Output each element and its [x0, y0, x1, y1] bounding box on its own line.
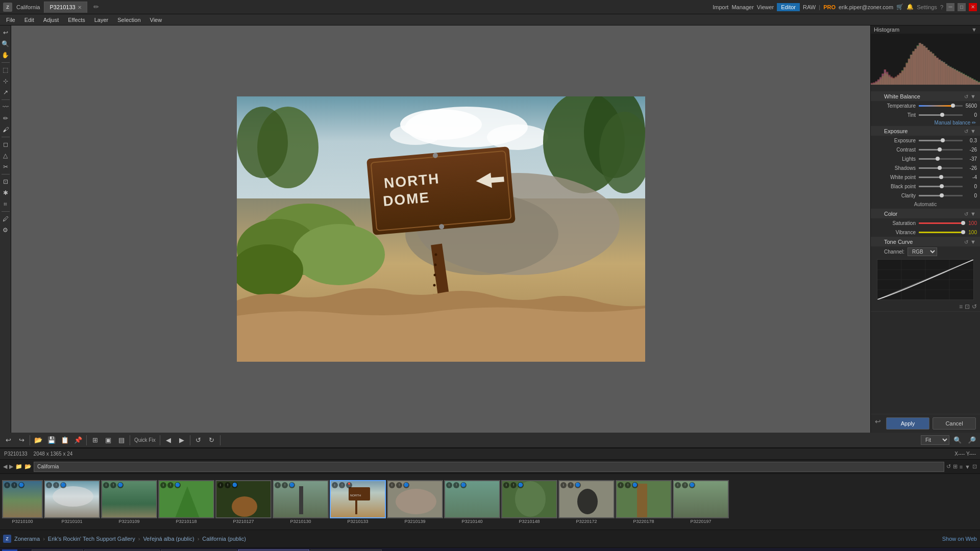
fs-icon-flag-10[interactable]: ! — [568, 482, 574, 488]
clarity-slider[interactable] — [919, 192, 963, 199]
exposure-reset[interactable]: ↺ — [964, 129, 968, 134]
filmstrip-item-9[interactable]: i!🔵 P3210148 — [501, 480, 557, 524]
color-reset[interactable]: ↺ — [964, 211, 968, 217]
fs-icon-color-11[interactable]: 🔵 — [632, 482, 638, 488]
filmstrip-item-0[interactable]: i!🔵 P3210100 — [2, 480, 43, 524]
lights-slider[interactable] — [919, 155, 963, 162]
white-balance-reset[interactable]: ↺ — [964, 94, 968, 99]
filmstrip-item-3[interactable]: i!🔵 P3210118 — [158, 480, 214, 524]
saturation-slider[interactable] — [919, 219, 963, 227]
fs-icon-info-8[interactable]: i — [446, 482, 452, 488]
filmstrip-next[interactable]: ▶ — [9, 463, 13, 470]
panel-reset-icon[interactable]: ↩ — [875, 417, 881, 430]
toolbar-paste[interactable]: 📌 — [72, 434, 84, 446]
filmstrip-thumb-11[interactable]: i!🔵 — [616, 480, 672, 518]
channel-select[interactable]: RGB Red Green Blue — [908, 247, 937, 256]
toolbar-single-view[interactable]: ▣ — [102, 434, 114, 446]
toolbar-undo[interactable]: ↩ — [2, 434, 14, 446]
path-verejne[interactable]: Veřejná alba (public) — [143, 536, 194, 542]
fs-icon-info-11[interactable]: i — [618, 482, 624, 488]
filmstrip-thumb-1[interactable]: i!🔵 — [44, 480, 100, 518]
fs-icon-color-3[interactable]: 🔵 — [175, 482, 181, 488]
exposure-slider[interactable] — [919, 137, 963, 144]
filmstrip-item-8[interactable]: i!🔵 P3210140 — [444, 480, 500, 524]
tool-undo[interactable]: ↩ — [1, 28, 11, 38]
tool-gradient[interactable]: △ — [1, 151, 11, 161]
tool-mask[interactable]: ✂ — [1, 162, 11, 172]
manager-button[interactable]: Manager — [731, 4, 753, 10]
fs-icon-color-12[interactable]: 🔵 — [689, 482, 695, 488]
tool-settings2[interactable]: ⚙ — [1, 225, 11, 235]
menu-view[interactable]: View — [146, 16, 166, 24]
apply-button[interactable]: Apply — [886, 417, 929, 430]
tool-retouch[interactable]: 〰 — [1, 102, 11, 112]
filmstrip-thumb-12[interactable]: i!🔵 — [673, 480, 729, 518]
active-tab[interactable]: P3210133 ✕ — [44, 2, 87, 13]
black-point-slider[interactable] — [919, 183, 963, 190]
toolbar-save[interactable]: 💾 — [45, 434, 58, 446]
filmstrip-thumb-7[interactable]: i!🔵 — [387, 480, 443, 518]
fs-icon-color[interactable]: 🔵 — [18, 482, 24, 488]
tone-curve-canvas[interactable] — [877, 259, 974, 300]
menu-adjust[interactable]: Adjust — [39, 16, 63, 24]
filmstrip-thumb-10[interactable]: i!🔵 — [558, 480, 615, 518]
filmstrip-sort[interactable]: ⊡ — [972, 463, 977, 470]
automatic-button[interactable]: Automatic — [871, 200, 980, 209]
path-zonerama[interactable]: Zonerama — [14, 536, 40, 542]
filmstrip-thumb-0[interactable]: i!🔵 — [2, 480, 43, 518]
menu-file[interactable]: File — [2, 16, 19, 24]
filmstrip-prev[interactable]: ◀ — [3, 463, 7, 470]
filmstrip-item-4[interactable]: i!🔵 P3210127 — [215, 480, 272, 524]
raw-button[interactable]: RAW — [803, 4, 816, 10]
viewer-button[interactable]: Viewer — [757, 4, 774, 10]
show-on-web-button[interactable]: Show on Web — [942, 536, 977, 542]
tool-crop[interactable]: ⬚ — [1, 65, 11, 75]
minimize-button[interactable]: ─ — [946, 3, 954, 11]
filmstrip-filter[interactable]: ▼ — [965, 464, 970, 470]
tool-transform[interactable]: ↗ — [1, 87, 11, 97]
fs-icon-info-5[interactable]: i — [275, 482, 281, 488]
toolbar-zoom-out[interactable]: 🔍 — [951, 434, 964, 446]
path-gallery[interactable]: Erik's Rockin' Tech Support Gallery — [48, 536, 135, 542]
filmstrip-view1[interactable]: ⊞ — [953, 463, 958, 470]
white-point-slider[interactable] — [919, 173, 963, 181]
fs-icon-flag-11[interactable]: ! — [625, 482, 631, 488]
fs-icon-color-1[interactable]: 🔵 — [60, 482, 66, 488]
filmstrip-thumb-5[interactable]: i!🔵 — [273, 480, 329, 518]
fs-icon-flag[interactable]: ! — [11, 482, 17, 488]
fs-icon-flag-2[interactable]: ! — [110, 482, 116, 488]
fs-icon-loc-6[interactable]: 📍 — [346, 482, 352, 488]
fs-icon-color-10[interactable]: 🔵 — [575, 482, 581, 488]
toolbar-next[interactable]: ▶ — [176, 434, 188, 446]
color-header[interactable]: Color ↺ ▼ — [871, 209, 980, 218]
filmstrip-thumb-8[interactable]: i!🔵 — [444, 480, 500, 518]
fs-icon-color-9[interactable]: 🔵 — [518, 482, 524, 488]
edit-tab-icon[interactable]: ✏ — [93, 3, 99, 11]
filmstrip-thumb-9[interactable]: i!🔵 — [501, 480, 557, 518]
temperature-slider[interactable] — [919, 102, 963, 109]
fs-icon-info-9[interactable]: i — [503, 482, 509, 488]
filmstrip-refresh[interactable]: ↺ — [946, 463, 951, 470]
filmstrip-item-5[interactable]: i!🔵 P3210130 — [273, 480, 329, 524]
fs-icon-flag-9[interactable]: ! — [510, 482, 517, 488]
toolbar-redo[interactable]: ↪ — [15, 434, 28, 446]
fs-icon-color-7[interactable]: 🔵 — [403, 482, 409, 488]
toolbar-open[interactable]: 📂 — [32, 434, 44, 446]
toolbar-copy[interactable]: 📋 — [59, 434, 71, 446]
filmstrip-up[interactable]: 📁 — [15, 463, 22, 470]
filmstrip-thumb-2[interactable]: i!🔵 — [101, 480, 157, 518]
filmstrip-thumb-4[interactable]: i!🔵 — [215, 480, 272, 518]
fs-icon-color-2[interactable]: 🔵 — [117, 482, 124, 488]
fs-icon-color-4[interactable]: 🔵 — [232, 482, 238, 488]
zoom-select[interactable]: Fit 100% 50% 200% — [921, 435, 949, 445]
fs-icon-flag-7[interactable]: ! — [396, 482, 402, 488]
filmstrip-folder[interactable]: 📂 — [24, 463, 32, 470]
tone-curve-reset[interactable]: ↺ — [964, 239, 968, 245]
manual-balance-button[interactable]: Manual balance ✏ — [871, 119, 980, 126]
import-button[interactable]: Import — [713, 4, 728, 10]
filmstrip-thumb-6[interactable]: i!📍 NORTH — [330, 480, 386, 518]
tool-grid[interactable]: ⌗ — [1, 199, 11, 209]
filmstrip-thumb-3[interactable]: i!🔵 — [158, 480, 214, 518]
tool-radial[interactable]: ✱ — [1, 188, 11, 198]
vibrance-slider[interactable] — [919, 229, 963, 236]
